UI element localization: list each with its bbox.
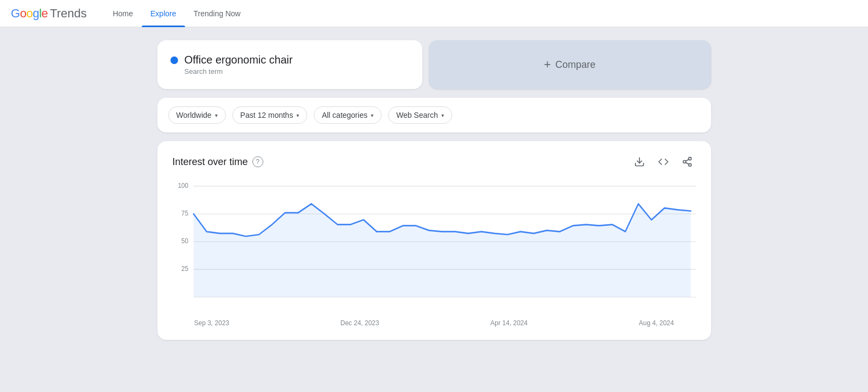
filter-source-label: Web Search xyxy=(396,111,438,119)
compare-card[interactable]: + Compare xyxy=(429,40,711,89)
compare-inner: + Compare xyxy=(544,58,595,72)
chevron-down-icon: ▾ xyxy=(296,112,299,118)
svg-line-4 xyxy=(686,162,689,164)
nav-home[interactable]: Home xyxy=(104,0,142,27)
download-icon xyxy=(634,156,645,167)
content-wrapper: Office ergonomic chair Search term + Com… xyxy=(147,40,722,340)
trends-text: Trends xyxy=(50,7,87,21)
chart-title: Interest over time xyxy=(173,156,248,168)
nav-explore[interactable]: Explore xyxy=(142,0,185,27)
x-label-1: Sep 3, 2023 xyxy=(194,319,230,327)
header: Google Trends Home Explore Trending Now xyxy=(0,0,868,27)
filters-card: Worldwide ▾ Past 12 months ▾ All categor… xyxy=(157,98,711,132)
filter-category-label: All categories xyxy=(322,111,368,119)
filter-category[interactable]: All categories ▾ xyxy=(314,106,382,124)
filter-location[interactable]: Worldwide ▾ xyxy=(168,106,226,124)
share-button[interactable] xyxy=(679,154,696,169)
svg-text:75: 75 xyxy=(181,210,188,218)
chart-card: Interest over time ? xyxy=(157,141,711,340)
filter-location-label: Worldwide xyxy=(176,111,212,119)
x-label-4: Aug 4, 2024 xyxy=(639,319,674,327)
embed-button[interactable] xyxy=(655,154,672,169)
filter-source[interactable]: Web Search ▾ xyxy=(388,106,452,124)
svg-text:100: 100 xyxy=(178,181,188,189)
share-icon xyxy=(682,156,693,167)
embed-icon xyxy=(658,156,669,167)
x-axis-labels: Sep 3, 2023 Dec 24, 2023 Apr 14, 2024 Au… xyxy=(173,316,696,327)
download-button[interactable] xyxy=(631,154,648,169)
google-logo-text: Google xyxy=(11,7,48,21)
google-trends-logo[interactable]: Google Trends xyxy=(11,7,87,21)
main-nav: Home Explore Trending Now xyxy=(104,0,249,27)
x-label-2: Dec 24, 2023 xyxy=(340,319,379,327)
svg-marker-15 xyxy=(193,204,690,297)
chart-header: Interest over time ? xyxy=(173,154,696,169)
chart-actions xyxy=(631,154,696,169)
main-content: Office ergonomic chair Search term + Com… xyxy=(0,27,868,392)
filter-time[interactable]: Past 12 months ▾ xyxy=(232,106,307,124)
chart-area: 100 75 50 25 xyxy=(173,180,696,316)
search-term-card: Office ergonomic chair Search term xyxy=(157,40,422,89)
chevron-down-icon: ▾ xyxy=(441,112,444,118)
help-icon[interactable]: ? xyxy=(252,156,263,167)
nav-trending-now[interactable]: Trending Now xyxy=(185,0,250,27)
chevron-down-icon: ▾ xyxy=(215,112,218,118)
search-term-main: Office ergonomic chair xyxy=(170,54,409,66)
svg-text:25: 25 xyxy=(181,265,188,273)
chevron-down-icon: ▾ xyxy=(371,112,373,118)
trend-chart-svg: 100 75 50 25 xyxy=(173,180,696,316)
search-term-type: Search term xyxy=(185,67,409,75)
search-term-text: Office ergonomic chair xyxy=(185,54,293,66)
compare-plus-icon: + xyxy=(544,58,551,72)
x-label-3: Apr 14, 2024 xyxy=(490,319,528,327)
filter-time-label: Past 12 months xyxy=(240,111,293,119)
term-color-dot xyxy=(170,56,178,64)
svg-text:50: 50 xyxy=(181,237,188,245)
chart-title-row: Interest over time ? xyxy=(173,156,263,168)
search-row: Office ergonomic chair Search term + Com… xyxy=(157,40,711,89)
svg-line-5 xyxy=(686,159,689,161)
compare-label: Compare xyxy=(555,59,595,71)
